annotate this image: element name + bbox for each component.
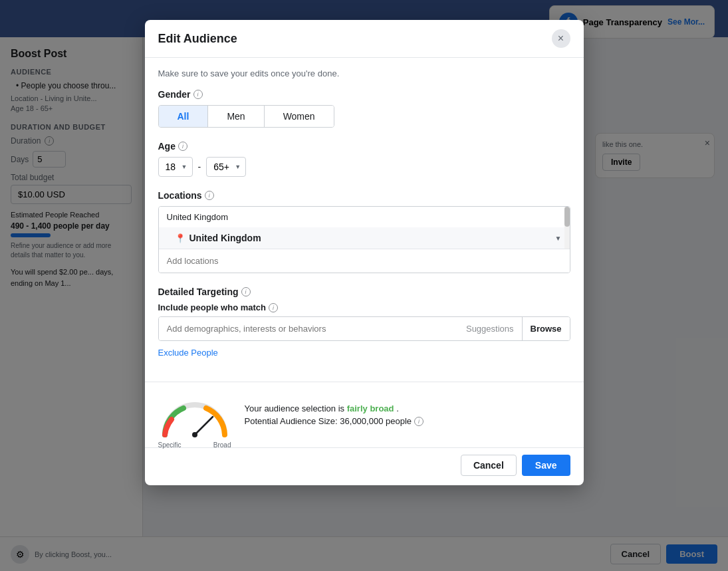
add-location-input[interactable] (159, 249, 570, 273)
info-icon-age: i (178, 142, 187, 151)
gauge-broad-label: Broad (213, 441, 231, 449)
audience-gauge: Specific Broad (158, 392, 231, 438)
max-age-select[interactable]: 65+ (206, 157, 246, 177)
detailed-targeting-section: Detailed Targeting i Include people who … (158, 286, 570, 358)
gender-section: Gender i All Men Women (158, 89, 570, 128)
modal-overlay: Edit Audience × Make sure to save your e… (0, 0, 728, 571)
location-pin-icon: 📍 (175, 233, 185, 243)
location-item-label: United Kingdom (189, 233, 261, 243)
age-label: Age i (158, 141, 570, 152)
info-icon-audience: i (414, 417, 424, 426)
locations-scroll: United Kingdom 📍 United Kingdom ▼ (159, 207, 570, 249)
min-age-wrapper: 18 (158, 157, 193, 177)
detailed-targeting-label: Detailed Targeting i (158, 286, 570, 297)
suggestions-button[interactable]: Suggestions (458, 317, 522, 340)
gender-men-button[interactable]: Men (208, 106, 264, 127)
age-section: Age i 18 - 65+ (158, 141, 570, 177)
footer-text: Your audience selection is fairly broad … (245, 403, 570, 426)
locations-box: United Kingdom 📍 United Kingdom ▼ (158, 206, 570, 273)
modal-header: Edit Audience × (145, 20, 584, 58)
targeting-input[interactable] (159, 317, 458, 340)
location-chevron-icon: ▼ (555, 235, 562, 242)
max-age-wrapper: 65+ (206, 157, 246, 177)
svg-point-1 (192, 432, 197, 437)
gauge-svg (158, 392, 231, 438)
include-label: Include people who match i (158, 302, 570, 312)
gauge-labels: Specific Broad (158, 441, 231, 449)
targeting-input-row: Suggestions Browse (158, 316, 570, 341)
modal-save-button[interactable]: Save (522, 455, 570, 476)
svg-line-0 (195, 417, 213, 435)
gender-button-group: All Men Women (158, 105, 334, 128)
info-icon-include: i (269, 303, 278, 312)
save-reminder: Make sure to save your edits once you're… (158, 68, 570, 78)
exclude-people-link[interactable]: Exclude People (158, 348, 218, 358)
age-row: 18 - 65+ (158, 157, 570, 177)
modal-close-button[interactable]: × (552, 29, 570, 48)
location-item-uk: 📍 United Kingdom ▼ (159, 227, 570, 249)
locations-label: Locations i (158, 190, 570, 201)
modal-cancel-button[interactable]: Cancel (461, 455, 517, 476)
browse-button[interactable]: Browse (522, 317, 570, 340)
location-country-header: United Kingdom (159, 207, 570, 227)
audience-status-text: Your audience selection is fairly broad … (245, 403, 570, 413)
modal-title: Edit Audience (158, 32, 237, 46)
potential-audience-text: Potential Audience Size: 36,000,000 peop… (245, 416, 570, 426)
info-icon-targeting: i (241, 287, 251, 296)
gender-all-button[interactable]: All (159, 106, 209, 127)
modal-actions: Cancel Save (145, 447, 584, 485)
locations-section: Locations i United Kingdom 📍 United King… (158, 190, 570, 273)
audience-quality-highlight: fairly broad (347, 403, 394, 413)
info-icon-gender: i (193, 90, 203, 99)
gauge-specific-label: Specific (158, 441, 182, 449)
min-age-select[interactable]: 18 (158, 157, 193, 177)
info-icon-locations: i (205, 191, 214, 200)
age-dash: - (198, 162, 201, 172)
modal-footer: Specific Broad Your audience selection i… (145, 382, 584, 447)
gender-women-button[interactable]: Women (265, 106, 334, 127)
gender-label: Gender i (158, 89, 570, 100)
edit-audience-modal: Edit Audience × Make sure to save your e… (145, 20, 584, 485)
modal-body: Make sure to save your edits once you're… (145, 58, 584, 382)
